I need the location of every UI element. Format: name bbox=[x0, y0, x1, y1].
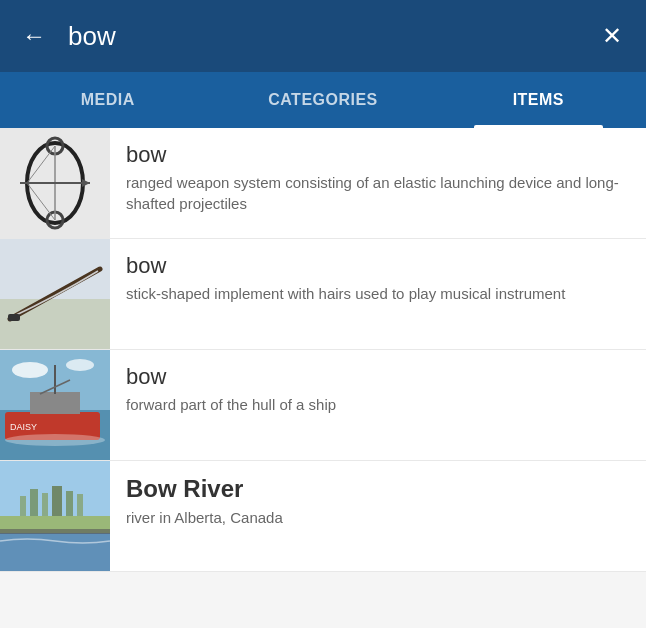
tab-bar: MEDIA CATEGORIES ITEMS bbox=[0, 72, 646, 128]
search-header: ← bow ✕ bbox=[0, 0, 646, 72]
svg-rect-26 bbox=[30, 489, 38, 516]
list-item[interactable]: bow stick-shaped implement with hairs us… bbox=[0, 239, 646, 350]
back-button[interactable]: ← bbox=[16, 22, 52, 50]
list-item[interactable]: Bow River river in Alberta, Canada bbox=[0, 461, 646, 572]
svg-point-22 bbox=[5, 434, 105, 446]
result-description: river in Alberta, Canada bbox=[126, 507, 630, 528]
svg-point-15 bbox=[12, 362, 48, 378]
svg-rect-19 bbox=[30, 392, 80, 414]
result-thumbnail bbox=[0, 128, 110, 238]
result-title: bow bbox=[126, 142, 630, 168]
results-list: bow ranged weapon system consisting of a… bbox=[0, 128, 646, 572]
result-description: forward part of the hull of a ship bbox=[126, 394, 630, 415]
list-item[interactable]: bow ranged weapon system consisting of a… bbox=[0, 128, 646, 239]
svg-text:DAISY: DAISY bbox=[10, 422, 37, 432]
tab-categories-label: CATEGORIES bbox=[268, 91, 378, 109]
svg-rect-27 bbox=[42, 493, 48, 516]
list-item[interactable]: DAISY bow forward part of the hull of a … bbox=[0, 350, 646, 461]
result-content: bow forward part of the hull of a ship bbox=[110, 350, 646, 429]
svg-rect-28 bbox=[52, 486, 62, 516]
tab-media-label: MEDIA bbox=[81, 91, 135, 109]
close-button[interactable]: ✕ bbox=[594, 22, 630, 50]
svg-point-16 bbox=[66, 359, 94, 371]
result-title: bow bbox=[126, 253, 630, 279]
result-thumbnail bbox=[0, 239, 110, 349]
svg-rect-25 bbox=[20, 496, 26, 516]
result-description: ranged weapon system consisting of an el… bbox=[126, 172, 630, 214]
tab-categories[interactable]: CATEGORIES bbox=[215, 72, 430, 128]
svg-rect-13 bbox=[8, 314, 20, 321]
result-content: bow ranged weapon system consisting of a… bbox=[110, 128, 646, 228]
svg-rect-33 bbox=[0, 529, 110, 534]
result-thumbnail bbox=[0, 461, 110, 571]
result-content: bow stick-shaped implement with hairs us… bbox=[110, 239, 646, 318]
search-query-text: bow bbox=[68, 21, 594, 52]
result-content: Bow River river in Alberta, Canada bbox=[110, 461, 646, 542]
result-thumbnail: DAISY bbox=[0, 350, 110, 460]
result-title: bow bbox=[126, 364, 630, 390]
svg-rect-10 bbox=[0, 239, 110, 299]
tab-items-label: ITEMS bbox=[513, 91, 564, 109]
result-title: Bow River bbox=[126, 475, 630, 503]
tab-media[interactable]: MEDIA bbox=[0, 72, 215, 128]
tab-items[interactable]: ITEMS bbox=[431, 72, 646, 128]
svg-rect-30 bbox=[77, 494, 83, 516]
svg-rect-11 bbox=[0, 299, 110, 349]
result-description: stick-shaped implement with hairs used t… bbox=[126, 283, 630, 304]
svg-rect-29 bbox=[66, 491, 73, 516]
